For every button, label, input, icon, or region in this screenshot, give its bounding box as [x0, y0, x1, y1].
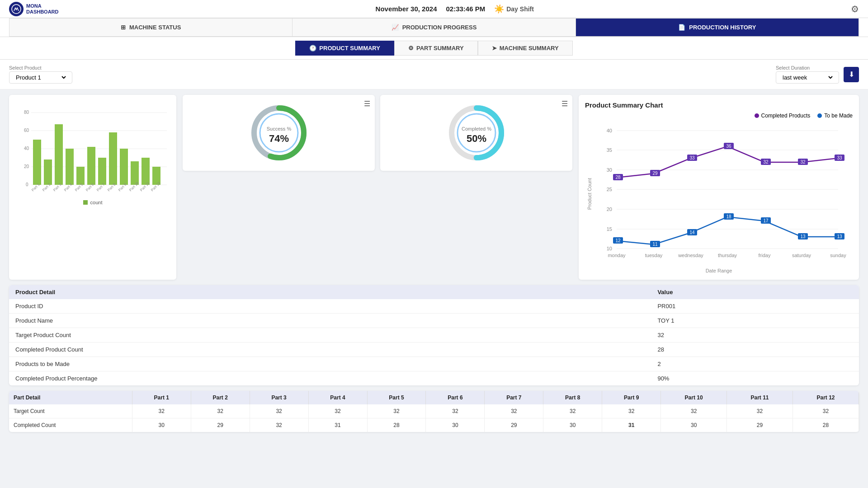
col-value: Value — [651, 285, 859, 299]
svg-text:tuesday: tuesday — [645, 253, 663, 258]
part-detail-table: Part DetailPart 1Part 2Part 3Part 4Part … — [9, 391, 859, 432]
part-col-2: Part 2 — [191, 391, 250, 404]
filter-right: Select Duration last week last month las… — [776, 65, 859, 84]
bar-part10 — [131, 161, 139, 185]
detail-value: 2 — [651, 357, 859, 371]
svg-text:40: 40 — [607, 128, 612, 133]
filter-bar: Select Product Product 1 Product 2 Selec… — [0, 60, 868, 89]
success-donut-panel: ☰ Success % 74% — [183, 95, 375, 171]
table-row: Completed Product Count28 — [9, 343, 859, 357]
svg-text:18: 18 — [726, 214, 731, 219]
part-cell: 28 — [367, 418, 426, 432]
part-col-8: Part 8 — [543, 391, 602, 404]
product-select[interactable]: Product 1 Product 2 — [9, 71, 72, 84]
donut-row: ☰ Success % 74% ☰ Completed % — [183, 95, 572, 171]
part-cell: 31 — [308, 418, 367, 432]
bar-part11 — [142, 158, 150, 185]
part-col-6: Part 6 — [426, 391, 485, 404]
part-table-section: Part DetailPart 1Part 2Part 3Part 4Part … — [9, 391, 859, 432]
bar-part6 — [87, 147, 95, 185]
detail-value: TOY 1 — [651, 314, 859, 328]
chart-icon: 📈 — [392, 24, 399, 31]
svg-text:35: 35 — [607, 147, 612, 153]
part-col-9: Part 9 — [602, 391, 661, 404]
svg-text:thursday: thursday — [718, 253, 737, 258]
part-cell: 32 — [426, 404, 485, 418]
part-col-7: Part 7 — [485, 391, 543, 404]
bar-part1 — [33, 140, 41, 185]
settings-icon[interactable]: ⚙ — [851, 4, 859, 14]
y-axis-label: Product Count — [585, 122, 594, 266]
product-detail-table: Product Detail Value Product IDPR001Prod… — [9, 285, 859, 385]
tab-production-history[interactable]: 📄 PRODUCTION HISTORY — [576, 18, 859, 37]
part-col-5: Part 5 — [367, 391, 426, 404]
part-cell: 32 — [308, 404, 367, 418]
part-table-header-row: Part DetailPart 1Part 2Part 3Part 4Part … — [9, 391, 859, 404]
main-content: 80 60 40 20 0 — [0, 89, 868, 285]
detail-label: Product Name — [9, 314, 651, 328]
svg-text:sunday: sunday — [830, 253, 846, 258]
clock-icon: 🕐 — [309, 45, 316, 52]
logo-text: MONADASHBOARD — [26, 3, 59, 14]
completed-donut-menu[interactable]: ☰ — [561, 99, 568, 108]
sub-tab-machine-summary-label: MACHINE SUMMARY — [500, 45, 559, 52]
svg-text:50%: 50% — [466, 133, 486, 144]
svg-text:20: 20 — [24, 164, 29, 169]
sub-tab-product-summary[interactable]: 🕐 PRODUCT SUMMARY — [295, 41, 394, 56]
product-select-input[interactable]: Product 1 Product 2 — [14, 74, 67, 81]
bar-part7 — [98, 158, 106, 185]
svg-text:13: 13 — [800, 234, 806, 239]
table-row: Product NameTOY 1 — [9, 314, 859, 328]
success-donut-menu[interactable]: ☰ — [364, 99, 370, 108]
part-table-row: Target Count323232323232323232323232 — [9, 404, 859, 418]
part-cell: 30 — [132, 418, 191, 432]
part-cell: 32 — [543, 404, 602, 418]
bar-part4 — [66, 149, 74, 185]
part-col-3: Part 3 — [250, 391, 308, 404]
sub-tab-part-summary[interactable]: ⚙ PART SUMMARY — [394, 41, 478, 56]
svg-text:monday: monday — [608, 253, 626, 258]
bar-chart-svg: 80 60 40 20 0 — [14, 101, 172, 196]
svg-text:33: 33 — [689, 155, 695, 160]
part-icon: ⚙ — [408, 45, 414, 52]
legend-completed-dot — [755, 113, 759, 118]
table-row: Products to be Made2 — [9, 357, 859, 371]
success-donut-svg: Success % 74% — [247, 101, 311, 164]
duration-select[interactable]: last week last month last 3 months — [776, 71, 839, 84]
detail-label: Target Product Count — [9, 328, 651, 343]
detail-label: Completed Product Percentage — [9, 371, 651, 386]
part-cell: 32 — [367, 404, 426, 418]
completed-donut-svg: Completed % 50% — [445, 101, 508, 164]
part-cell: 31 — [602, 418, 661, 432]
tab-machine-status[interactable]: ⊞ MACHINE STATUS — [9, 18, 292, 37]
detail-value: 90% — [651, 371, 859, 386]
duration-filter-label: Select Duration — [776, 65, 839, 70]
product-filter: Select Product Product 1 Product 2 — [9, 65, 72, 84]
x-axis-title: Date Range — [585, 268, 853, 273]
sub-tab-machine-summary[interactable]: ➤ MACHINE SUMMARY — [478, 41, 573, 56]
bar-part8 — [109, 132, 117, 185]
sun-icon: ☀️ — [494, 4, 504, 14]
tab-machine-status-label: MACHINE STATUS — [129, 24, 181, 31]
part-cell: 32 — [485, 404, 543, 418]
download-button[interactable]: ⬇ — [844, 67, 859, 82]
svg-text:74%: 74% — [269, 133, 288, 144]
part-col-4: Part 4 — [308, 391, 367, 404]
svg-text:80: 80 — [24, 110, 29, 115]
detail-label: Completed Product Count — [9, 343, 651, 357]
duration-select-input[interactable]: last week last month last 3 months — [781, 74, 834, 81]
table-row: Completed Product Percentage90% — [9, 371, 859, 386]
sub-tab-part-summary-label: PART SUMMARY — [416, 45, 464, 52]
svg-text:saturday: saturday — [792, 253, 811, 258]
legend-tobemade-dot — [817, 113, 822, 118]
part-row-label: Target Count — [9, 404, 132, 418]
part-cell: 29 — [485, 418, 543, 432]
svg-text:29: 29 — [652, 171, 658, 176]
filter-left: Select Product Product 1 Product 2 — [9, 65, 72, 84]
line-chart-container: Product Count 40 35 30 25 20 15 10 — [585, 122, 853, 266]
svg-text:10: 10 — [607, 246, 612, 251]
tab-production-progress[interactable]: 📈 PRODUCTION PROGRESS — [292, 18, 575, 37]
part-table-row: Completed Count302932312830293031302928 — [9, 418, 859, 432]
bar-part5 — [76, 167, 85, 185]
part-col-1: Part 1 — [132, 391, 191, 404]
